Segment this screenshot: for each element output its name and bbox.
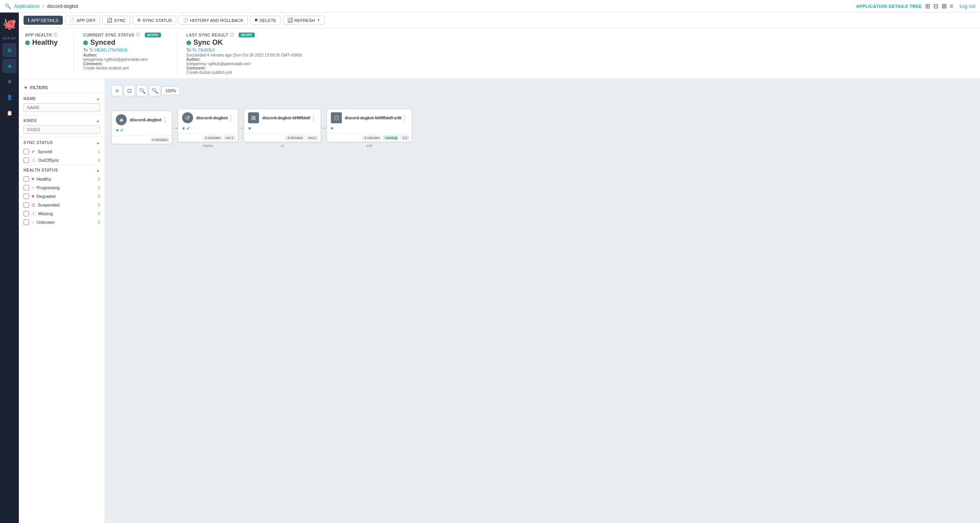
last-sync-status-text: Sync OK [193, 38, 223, 47]
filter-missing: ⚠ Missing 0 [19, 209, 105, 218]
out-of-sync-count: 0 [98, 158, 100, 163]
kinds-filter-header[interactable]: KINDS ▲ [19, 115, 105, 125]
current-sync-more-badge[interactable]: MORE [145, 33, 161, 37]
app-details-button[interactable]: ℹ APP DETAILS [24, 16, 63, 25]
flow-node-app[interactable]: ◈ discord-dogbot ⋮ ♥ ✔ [111, 111, 172, 144]
canvas-zoom-out-btn[interactable]: 🔍 [137, 85, 148, 96]
app-diff-icon: 📄 [69, 18, 75, 23]
filter-suspended-checkbox[interactable] [24, 202, 29, 208]
app-health-panel: APP HEALTH ⓘ Healthy [25, 32, 73, 75]
last-sync-ref[interactable]: To 79e50b3 [192, 48, 215, 52]
deploy-node-status: ♥ ✔ [178, 125, 238, 133]
history-rollback-button[interactable]: 🕐 HISTORY AND ROLLBACK [179, 16, 248, 25]
missing-count: 0 [98, 212, 100, 216]
pod-label: pod [327, 144, 412, 148]
health-status-filter-label: HEALTH STATUS [24, 168, 58, 172]
name-filter-label: NAME [24, 97, 36, 101]
last-sync-succeeded: Succeeded 4 minutes ago (Sun Oct 30 2022… [186, 53, 302, 75]
table-icon[interactable]: ≡ [950, 3, 953, 10]
flow-node-wrapper-1: ◈ discord-dogbot ⋮ ♥ ✔ [111, 111, 172, 146]
pod-node-footer: 4 minutes running 1/1 [327, 133, 412, 142]
content-area: ℹ APP DETAILS 📄 APP DIFF 🔄 SYNC ⚙ SYNC S… [19, 13, 980, 523]
health-status-filter-header[interactable]: HEALTH STATUS ▲ [19, 165, 105, 175]
grid-icon[interactable]: ⊟ [933, 2, 938, 10]
name-filter-chevron: ▲ [96, 97, 100, 101]
sync-head-ref[interactable]: To HEAD (79e50b3) [89, 48, 128, 52]
nav-item-apps[interactable]: ◈ [2, 59, 16, 73]
rs-node-icon: ⊞ [248, 112, 259, 123]
last-sync-more-badge[interactable]: MORE [239, 33, 255, 37]
sync-button[interactable]: 🔄 SYNC [102, 16, 130, 25]
sync-status-chevron: ▲ [96, 141, 100, 145]
split-icon[interactable]: ⊠ [942, 2, 947, 10]
name-filter-input[interactable] [24, 103, 100, 112]
health-status-text: Healthy [32, 38, 58, 47]
last-sync-value: Sync OK [186, 38, 302, 47]
name-filter-section: NAME ▲ [19, 93, 105, 115]
healthy-count: 3 [98, 177, 100, 181]
filter-out-of-sync: ⚠ OutOfSync 0 [19, 156, 105, 165]
user-icon: 👤 [7, 95, 13, 100]
canvas-toolbar: ≡ ⊡ 🔍 🔍 100% [111, 85, 974, 96]
logout-button[interactable]: Log out [960, 4, 975, 9]
unknown-icon: ○ [31, 219, 34, 225]
delete-button[interactable]: ✖ DELETE [250, 16, 281, 25]
deploy-node-menu[interactable]: ⋮ [228, 114, 234, 122]
filter-synced-checkbox[interactable] [24, 149, 29, 154]
name-filter-header[interactable]: NAME ▲ [19, 93, 105, 103]
pod-node-menu[interactable]: ⋮ [401, 114, 408, 122]
refresh-button[interactable]: 🔄 REFRESH ▼ [283, 16, 325, 25]
nav-item-home[interactable]: ⊞ [2, 43, 16, 57]
toolbar: ℹ APP DETAILS 📄 APP DIFF 🔄 SYNC ⚙ SYNC S… [19, 13, 980, 28]
filter-progressing: ○ Progressing 0 [19, 183, 105, 192]
rs-health-icon: ♥ [248, 126, 251, 131]
breadcrumb-current: discord-dogbot [47, 4, 78, 9]
nav-item-settings[interactable]: ⚙ [2, 75, 16, 89]
last-sync-author: Author: totegamma <github@gammalab.net> [186, 57, 302, 66]
last-sync-info-icon: ⓘ [230, 32, 234, 38]
filter-missing-checkbox[interactable] [24, 211, 29, 216]
info-panels: APP HEALTH ⓘ Healthy CURRENT SYNC STATUS… [19, 28, 980, 79]
flow-node-pod[interactable]: ⬡ discord-dogbot-fd49fbbdf-srItt ⋮ ♥ 4 m… [327, 109, 412, 142]
rs-node-title: discord-dogbot-fd49fbbdf [259, 116, 310, 120]
sync-status-button[interactable]: ⚙ SYNC STATUS [133, 16, 176, 25]
sync-comment-label: Comment: Create docker-publish.yml [83, 62, 161, 70]
filters-header: ▼ FILTERS [19, 82, 105, 93]
app-diff-button[interactable]: 📄 APP DIFF [65, 16, 100, 25]
filter-healthy-checkbox[interactable] [24, 176, 29, 182]
filter-out-of-sync-checkbox[interactable] [24, 157, 29, 163]
rs-label: rs [244, 144, 321, 148]
app-node-menu[interactable]: ⋮ [162, 116, 168, 124]
flow-node-deploy[interactable]: ↺ discord-dogbot ⋮ ♥ ✔ [178, 109, 239, 142]
canvas-zoom-in-btn[interactable]: 🔍 [149, 85, 160, 96]
flow-node-rs[interactable]: ⊞ discord-dogbot-fd49fbbdf ⋮ ♥ 4 minutes [244, 109, 321, 142]
main-area: 🐙 v2.4.11+ ⊞ ◈ ⚙ 👤 📋 [0, 13, 980, 523]
kinds-filter-input[interactable] [24, 125, 100, 134]
nav-item-user[interactable]: 👤 [2, 90, 16, 104]
progressing-label: Progressing [36, 185, 60, 190]
app-details-icon: ℹ [28, 18, 29, 23]
settings-icon: ⚙ [7, 79, 12, 84]
filter-progressing-checkbox[interactable] [24, 185, 29, 190]
app-version: v2.4.11+ [3, 36, 16, 40]
rs-node-status: ♥ [244, 125, 320, 133]
flow-node-wrapper-3: ⊞ discord-dogbot-fd49fbbdf ⋮ ♥ 4 minutes [244, 109, 321, 148]
filter-degraded-checkbox[interactable] [24, 194, 29, 199]
filter-unknown-checkbox[interactable] [24, 219, 29, 225]
sync-status-filter-header[interactable]: SYNC STATUS ▲ [19, 137, 105, 147]
filter-degraded: ♥ Degraded 0 [19, 192, 105, 201]
hierarchy-icon[interactable]: ⊞ [925, 2, 930, 10]
unknown-count: 0 [98, 220, 100, 225]
deploy-node-footer: 4 minutes rev:1 [178, 133, 238, 142]
applications-link[interactable]: Applications [14, 4, 40, 9]
rs-node-footer: 4 minutes rev:1 [244, 133, 320, 142]
canvas-align-btn[interactable]: ≡ [111, 85, 122, 96]
nav-item-docs[interactable]: 📋 [2, 106, 16, 120]
canvas-select-btn[interactable]: ⊡ [124, 85, 135, 96]
pod-node-tag-time: 4 minutes [362, 135, 381, 140]
rs-node-menu[interactable]: ⋮ [310, 114, 317, 122]
app-node-icon: ◈ [116, 114, 127, 125]
align-icon: ≡ [115, 88, 119, 94]
app-health-info-icon: ⓘ [53, 32, 58, 38]
flow-diagram: ◈ discord-dogbot ⋮ ♥ ✔ [111, 101, 974, 155]
